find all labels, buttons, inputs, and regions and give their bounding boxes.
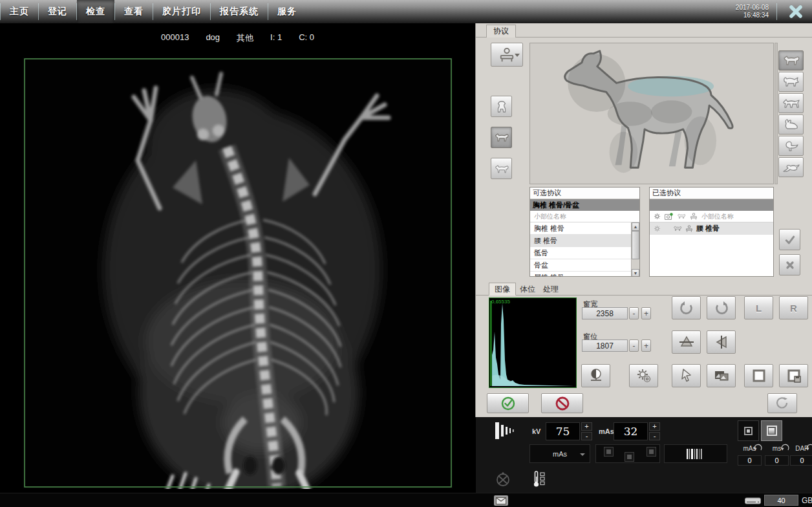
rotate-ccw-button[interactable] [672,296,701,319]
menu-item-home[interactable]: 主页 [1,0,38,23]
scrollbar-thumb[interactable] [632,231,639,259]
menu-item-view[interactable]: 查看 [115,0,153,23]
patient-table-icon [685,225,693,232]
rotate-cw-button[interactable] [707,296,736,319]
flip-horizontal-button[interactable] [707,330,736,354]
image-enhance-button[interactable] [707,364,736,387]
histogram-display[interactable]: 0,65535 [489,297,577,388]
selected-column-header: 小部位名称 [650,211,773,222]
selected-protocol-row[interactable]: 腰 椎骨 [650,222,773,235]
small-focus-icon [744,427,753,435]
invert-contrast-button[interactable] [581,364,610,387]
tab-processing[interactable]: 处理 [538,283,564,296]
tab-image[interactable]: 图像 [489,283,516,296]
species-horse-button[interactable] [778,93,804,113]
meter-mas-value: 0 [738,455,762,466]
tab-position[interactable]: 体位 [515,283,540,296]
flip-horizontal-icon [713,334,730,350]
aec-chamber-right[interactable] [646,447,656,457]
kv-plus-button[interactable]: + [581,422,592,431]
reject-image-button[interactable] [541,393,583,413]
region-abdomen[interactable] [651,100,692,124]
patient-table-button[interactable] [491,43,523,67]
protocol-group-row[interactable]: 胸椎 椎骨/骨盆 [530,199,639,211]
kv-minus-button[interactable]: - [581,432,592,440]
small-focus-button[interactable] [738,420,759,441]
body-region-diagram[interactable] [529,43,774,184]
marker-left-label: L [756,303,762,314]
view-full-button[interactable] [744,364,773,387]
protocol-list-scrollbar[interactable]: ▲ ▼ [631,222,639,277]
xray-image[interactable] [23,57,453,489]
species-dog-button[interactable] [778,50,804,70]
species-cat-button[interactable] [778,72,804,92]
kv-value-display[interactable]: 75 [546,422,580,440]
menu-item-exam[interactable]: 检查 [77,0,114,23]
menu-item-film-print[interactable]: 胶片打印 [153,0,210,23]
species-label: dog [206,32,220,44]
protocol-accept-button[interactable] [779,229,800,250]
window-width-field[interactable]: 2358 [582,307,628,319]
menu-item-report-system[interactable]: 报告系统 [211,0,268,23]
species-reptile-button[interactable] [778,157,804,177]
image-count: I: 1 [270,32,282,44]
protocol-row-lumbar[interactable]: 腰 椎骨 [530,235,639,247]
window-level-plus-button[interactable]: + [641,340,651,352]
menu-item-service[interactable]: 服务 [268,0,306,23]
region-hind-limb[interactable] [685,116,717,165]
protocol-row-sacrum[interactable]: 骶骨 [530,247,639,259]
protocol-row-thoracic[interactable]: 胸椎 椎骨 [530,222,639,235]
species-rabbit-button[interactable] [778,114,804,135]
protocol-remove-button[interactable] [779,254,800,275]
auto-brightness-button[interactable] [629,364,658,387]
animal-list-scrollbar[interactable] [775,43,778,184]
mas-plus-button[interactable]: + [649,422,660,431]
check-icon [783,234,797,246]
marker-left-button[interactable]: L [744,296,773,319]
messages-button[interactable] [494,495,508,506]
protocol-row-pelvis[interactable]: 骨盆 [530,259,639,272]
species-bird-button[interactable] [778,136,804,156]
large-focus-button[interactable] [761,420,782,441]
main-menu-bar: 主页 登记 检查 查看 胶片打印 报告系统 服务 2017-06-08 16:4… [0,0,812,23]
protocol-row-caudal[interactable]: 尾椎 椎骨 [530,272,639,277]
exposure-mode-select[interactable]: mAs [529,444,590,463]
menu-item-register[interactable]: 登记 [39,0,76,23]
aec-chamber-center[interactable] [625,452,634,462]
square-icon [751,368,767,383]
flip-vertical-button[interactable] [672,330,701,354]
dog-diagram [530,43,773,184]
window-level-field[interactable]: 1807 [582,340,628,352]
tab-protocol[interactable]: 协议 [486,25,516,38]
accept-image-button[interactable] [487,393,529,413]
save-view-button[interactable] [779,364,808,387]
mas-minus-button[interactable]: - [649,432,660,440]
orientation-side2-button[interactable] [491,158,512,179]
scroll-up-icon[interactable]: ▲ [632,222,639,231]
orientation-front-button[interactable] [491,96,512,117]
column-header: 小部位名称 [530,211,639,222]
orientation-side-button[interactable] [491,127,512,148]
collimator-light-icon[interactable] [495,471,511,487]
window-width-minus-button[interactable]: - [629,307,639,319]
time-text: 16:48:34 [736,12,769,19]
pointer-tool-button[interactable] [672,364,701,387]
mas-value-display[interactable]: 32 [614,422,648,440]
window-level-minus-button[interactable]: - [629,340,639,352]
window-width-plus-button[interactable]: + [641,307,651,319]
selected-protocol-label: 腰 椎骨 [696,224,720,233]
flip-vertical-icon [678,334,695,350]
region-fore-limb[interactable] [610,132,638,173]
reset-button[interactable] [767,393,797,413]
datetime: 2017-06-08 16:48:34 [736,4,769,19]
no-entry-icon [555,396,570,411]
brightness-gear-icon [636,368,652,383]
scroll-down-icon[interactable]: ▼ [632,269,639,277]
close-button[interactable] [785,2,807,21]
app-window: 主页 登记 检查 查看 胶片打印 报告系统 服务 2017-06-08 16:4… [0,0,812,507]
dog-side-thin-icon [494,163,509,175]
marker-right-button[interactable]: R [779,296,808,319]
menu-divider [776,3,777,20]
aec-chamber-left[interactable] [604,447,614,457]
rotate-cw-icon [714,301,729,315]
